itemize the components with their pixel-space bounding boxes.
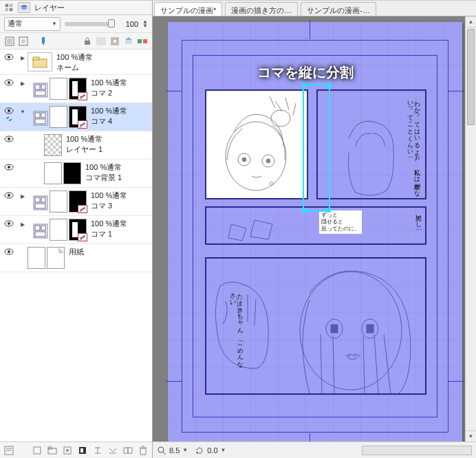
canvas-viewport[interactable]: わかってはいるよぉ、私には才能がないってことくらい… ずっと 隠せると 思ってた… xyxy=(153,17,476,441)
svg-point-78 xyxy=(271,110,290,127)
layer-row[interactable]: ▶100 %通常コマ 3 xyxy=(0,188,152,216)
blend-mode-select[interactable]: 通常 ▼ xyxy=(4,17,61,31)
trash-icon[interactable] xyxy=(137,444,149,457)
comic-panel-4[interactable]: たまきちゃん、ごめんなさい。 xyxy=(205,257,426,395)
layer-row[interactable]: 100 %通常レイヤー 1 xyxy=(0,131,152,160)
palette-swap-icon[interactable] xyxy=(137,36,148,47)
transfer-icon[interactable] xyxy=(91,444,104,457)
svg-rect-53 xyxy=(41,226,45,230)
scroll-up-icon[interactable]: ▲ xyxy=(466,17,476,28)
vertical-scrollbar[interactable]: ▲ ▼ xyxy=(465,17,476,441)
opacity-value: 100 xyxy=(119,20,138,28)
sidebar-tab-1[interactable] xyxy=(3,2,15,13)
svg-rect-32 xyxy=(35,91,45,96)
comic-panel-1[interactable] xyxy=(205,89,308,199)
document-tabs: サンプルの漫画*漫画の描き方の…サンプルの漫画-… xyxy=(153,1,476,17)
sketch-figure xyxy=(206,208,428,246)
app-root: レイヤー 通常 ▼ 100 ▲▼ ▶1 xyxy=(0,0,476,458)
svg-point-64 xyxy=(66,449,69,452)
zoom-control[interactable]: 8.5 ▼ xyxy=(157,446,188,455)
folder-thumb-icon xyxy=(28,52,52,72)
document-tab[interactable]: サンプルの漫画* xyxy=(154,2,222,16)
expand-toggle[interactable]: ▶ xyxy=(21,221,25,228)
chevron-down-icon[interactable]: ▼ xyxy=(182,447,188,453)
scroll-down-icon[interactable]: ▼ xyxy=(466,430,476,441)
visibility-icon[interactable] xyxy=(4,135,14,142)
clip-icon[interactable] xyxy=(109,36,120,47)
rotate-value: 0.0 xyxy=(207,446,217,455)
chevron-down-icon: ▼ xyxy=(52,21,57,27)
visibility-icon[interactable] xyxy=(4,192,14,199)
crop-mark xyxy=(166,91,182,91)
lock-icon[interactable] xyxy=(82,36,93,47)
expand-toggle[interactable]: ▶ xyxy=(21,193,25,199)
frame-folder-icon xyxy=(33,106,48,128)
layer-label: 100 %通常レイヤー 1 xyxy=(62,133,152,155)
svg-point-73 xyxy=(226,122,286,190)
new-vector-icon[interactable] xyxy=(61,444,74,457)
horizontal-scrollbar[interactable] xyxy=(362,446,472,455)
visibility-icon[interactable] xyxy=(4,164,14,171)
new-folder-icon[interactable] xyxy=(46,444,58,457)
opacity-slider[interactable] xyxy=(65,22,115,26)
visibility-icon[interactable] xyxy=(4,107,14,114)
mask-thumb xyxy=(63,162,81,184)
comic-panel-2[interactable]: わかってはいるよぉ、私には才能がないってことくらい… xyxy=(316,89,426,199)
layer-row[interactable]: ▶100 %通常コマ 1 xyxy=(0,216,152,244)
layers-icon xyxy=(19,3,29,12)
layer-thumb xyxy=(44,162,62,184)
document-tab[interactable]: サンプルの漫画-… xyxy=(301,2,376,16)
apply-mask-icon[interactable] xyxy=(76,444,89,457)
svg-marker-12 xyxy=(42,37,45,45)
rotate-control[interactable]: 0.0 ▼ xyxy=(195,446,226,455)
link-icon[interactable] xyxy=(6,116,12,122)
reference-icon[interactable] xyxy=(123,36,134,47)
layer-thumb xyxy=(28,247,45,269)
svg-rect-26 xyxy=(33,57,39,60)
ruler-badge-icon xyxy=(78,205,87,213)
chevron-down-icon[interactable]: ▼ xyxy=(221,447,226,453)
sketch-figure xyxy=(206,91,310,201)
layer-row[interactable]: 用紙 xyxy=(0,244,152,272)
sidebar-tab-layers[interactable] xyxy=(18,2,30,13)
visibility-icon[interactable] xyxy=(4,220,14,227)
two-windows-icon[interactable] xyxy=(122,444,134,457)
layer-row[interactable]: ▶100 %通常コマ 2 xyxy=(0,75,152,103)
svg-rect-46 xyxy=(35,197,40,202)
document-tab[interactable]: 漫画の描き方の… xyxy=(225,2,298,16)
lock-alpha-icon[interactable] xyxy=(96,36,107,47)
expand-toggle[interactable]: ▶ xyxy=(21,80,25,87)
check-a-icon[interactable] xyxy=(4,36,15,47)
layer-thumb xyxy=(50,190,67,212)
visibility-icon[interactable] xyxy=(4,79,14,86)
visibility-icon[interactable] xyxy=(4,54,14,61)
visibility-icon[interactable] xyxy=(4,248,14,255)
svg-rect-9 xyxy=(7,39,12,44)
comic-panel-3[interactable]: ずっと 隠せると 思ってたのに。 黒いし… xyxy=(205,206,426,245)
status-bar: 8.5 ▼ 0.0 ▼ xyxy=(153,441,476,458)
merge-icon[interactable] xyxy=(107,444,119,457)
svg-rect-37 xyxy=(41,113,45,118)
svg-point-44 xyxy=(8,194,10,197)
svg-point-87 xyxy=(158,447,164,452)
caption-box: ずっと 隠せると 思ってたのに。 xyxy=(319,210,362,234)
new-layer-icon[interactable] xyxy=(31,444,43,457)
expand-toggle[interactable]: ▶ xyxy=(21,55,25,61)
svg-rect-36 xyxy=(35,113,40,118)
layer-row[interactable]: 100 %通常コマ背景 1 xyxy=(0,160,152,188)
layer-label: 100 %通常コマ 4 xyxy=(87,105,152,127)
zoom-value: 8.5 xyxy=(169,446,180,455)
check-b-icon[interactable] xyxy=(18,36,29,47)
opacity-stepper[interactable]: ▲▼ xyxy=(142,20,148,28)
note-icon[interactable] xyxy=(3,444,15,457)
layer-row[interactable]: ▼100 %通常コマ 4 xyxy=(0,103,152,131)
scroll-thumb[interactable] xyxy=(467,29,475,125)
layer-thumb xyxy=(50,106,67,128)
layer-row[interactable]: ▶100 %通常ネーム xyxy=(0,50,152,75)
expand-toggle[interactable]: ▼ xyxy=(20,109,25,115)
pen-icon[interactable] xyxy=(37,36,48,47)
svg-point-56 xyxy=(8,250,10,253)
layer-label: 用紙 xyxy=(65,246,152,257)
svg-rect-2 xyxy=(6,8,8,11)
layer-tools-row xyxy=(0,33,152,50)
